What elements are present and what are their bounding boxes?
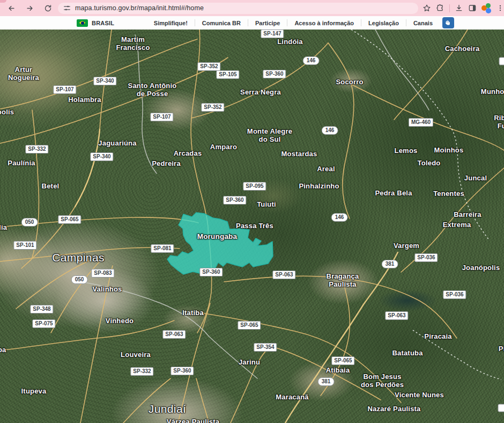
govbr-brand[interactable]: BRASIL xyxy=(77,16,114,30)
road-shield: SP-147 xyxy=(261,30,284,38)
menu-dots-icon[interactable] xyxy=(496,4,504,12)
side-panel-icon[interactable] xyxy=(468,4,477,12)
city-label: Jaguariúna xyxy=(98,139,136,147)
city-label: Vinhedo xyxy=(106,317,134,325)
road-shield: SP-352 xyxy=(201,103,224,112)
city-label: Mostardas xyxy=(281,150,317,158)
city-label: Lindóia xyxy=(277,38,303,46)
city-label: Moinhos xyxy=(434,146,464,154)
road-shield: SP-075 xyxy=(32,319,55,328)
road-shield: SP-081 xyxy=(151,244,174,253)
road-shield: SP-360 xyxy=(223,196,246,205)
city-label: Nazaré Paulista xyxy=(367,405,420,413)
road-shield: 050 xyxy=(21,218,38,227)
back-arrow-icon xyxy=(8,4,16,12)
city-label: Jarinu xyxy=(239,358,260,366)
road-shield: SP-036 xyxy=(414,253,438,262)
city-label: Itupeva xyxy=(21,387,47,395)
city-label: Vargem xyxy=(394,242,419,250)
forward-button[interactable] xyxy=(23,1,36,15)
road-shield: SP-065 xyxy=(331,356,354,365)
city-label: Holambra xyxy=(68,96,101,104)
road-shield: 381 xyxy=(318,377,335,386)
browser-toolbar: mapa.turismo.gov.br/mapa/init.html#/home xyxy=(0,0,504,16)
city-label: Tenentes xyxy=(433,189,464,198)
city-label: Monte Alegredo Sul xyxy=(247,127,292,144)
highlight-label: Morungaba xyxy=(197,232,238,241)
profile-avatar[interactable] xyxy=(481,3,492,13)
govbr-header: BRASIL Simplifique!Comunica BRParticipeA… xyxy=(0,16,504,30)
back-button[interactable] xyxy=(4,1,18,15)
road-shield: SP-101 xyxy=(13,241,36,250)
gov-link-canais[interactable]: Canais xyxy=(406,20,440,26)
city-label: Munhoz xyxy=(481,87,504,96)
city-label: Itatiba xyxy=(182,309,204,317)
city-label: Barreira xyxy=(454,210,481,218)
gov-link-acesso-informa-o[interactable]: Acesso à informação xyxy=(287,20,361,26)
road-shield: SP-065 xyxy=(238,321,261,330)
city-label: Valinhos xyxy=(92,285,122,293)
map-labels-layer: MartimFranciscoLindóiaCachoeiraArturNogu… xyxy=(0,30,504,423)
city-label: Santo Antôniode Posse xyxy=(128,82,177,98)
road-shield: SP-107 xyxy=(150,113,173,121)
city-label: Extrema xyxy=(443,221,471,229)
city-label: Vicente Nunes xyxy=(395,391,444,399)
reload-button[interactable] xyxy=(41,1,55,15)
road-shield: SP-065 xyxy=(58,215,81,224)
road-shield: 381 xyxy=(382,260,398,268)
city-label: BragançaPaulista xyxy=(327,272,359,289)
city-label: Piracaia xyxy=(424,332,451,340)
gov-link-legisla-o[interactable]: Legislação xyxy=(361,20,406,26)
city-label: Maracanã xyxy=(276,393,309,401)
bookmark-star-icon[interactable] xyxy=(423,4,431,12)
city-label: Betel xyxy=(42,182,60,190)
city-label: Passa Três xyxy=(236,222,273,230)
road-shield: 146 xyxy=(303,56,320,65)
city-label: Indaiatuba xyxy=(0,346,6,354)
road-shield: SP-105 xyxy=(216,70,239,79)
road-shield: SP-036 xyxy=(443,290,466,299)
window-corner xyxy=(0,0,6,3)
vlibras-hands-icon xyxy=(444,19,452,27)
extensions-icon[interactable] xyxy=(436,4,444,12)
city-label: Socorro xyxy=(336,78,363,86)
road-shield: 050 xyxy=(71,275,88,284)
govbar-links: Simplifique!Comunica BRParticipeAcesso à… xyxy=(147,16,440,30)
forward-arrow-icon xyxy=(26,4,34,12)
city-label: Louveira xyxy=(121,351,151,359)
city-label: ArturNogueira xyxy=(8,65,39,82)
road-shield: SP-332 xyxy=(25,145,48,154)
city-label: Cosmópolis xyxy=(0,108,14,116)
city-label: Tuiuti xyxy=(257,200,276,208)
city-label: Atibaia xyxy=(326,366,350,374)
city-label: Batatuba xyxy=(392,349,423,357)
toolbar-divider xyxy=(449,4,450,12)
road-shield: SP-107 xyxy=(53,85,76,94)
site-info-icon xyxy=(63,4,71,12)
city-label: Arcadas xyxy=(174,149,202,157)
vlibras-accessibility-button[interactable] xyxy=(442,17,454,28)
city-label: Hortolândia xyxy=(0,223,7,231)
map-canvas[interactable]: MartimFranciscoLindóiaCachoeiraArturNogu… xyxy=(0,30,504,423)
address-bar[interactable]: mapa.turismo.gov.br/mapa/init.html#/home xyxy=(58,3,418,14)
road-shield: 146 xyxy=(331,213,348,222)
city-label: RibeirãoFundo xyxy=(494,114,504,130)
gov-link-simplifique-[interactable]: Simplifique! xyxy=(147,20,195,26)
road-shield: SP-063 xyxy=(162,330,186,339)
city-label: Paulínia xyxy=(8,159,35,167)
city-label: Várzea Paulista xyxy=(167,418,219,423)
toolbar-right-icons xyxy=(423,3,504,13)
road-shield: SP-063 xyxy=(385,311,408,320)
road-shield: SP-340 xyxy=(90,152,113,161)
city-label: Toledo xyxy=(418,159,441,167)
url-text[interactable]: mapa.turismo.gov.br/mapa/init.html#/home xyxy=(75,4,204,12)
city-label: Cachoeira xyxy=(445,45,480,53)
city-label: Joanópolis xyxy=(462,264,500,272)
road-shield: SP-083 xyxy=(91,269,114,278)
download-icon[interactable] xyxy=(455,4,463,12)
city-label: Jundiaí xyxy=(149,403,187,416)
city-label: Pinhalzinho xyxy=(299,182,339,190)
gov-link-participe[interactable]: Participe xyxy=(248,20,287,26)
city-label: Bom Jesusdos Perdões xyxy=(361,373,404,389)
gov-link-comunica-br[interactable]: Comunica BR xyxy=(195,20,248,26)
